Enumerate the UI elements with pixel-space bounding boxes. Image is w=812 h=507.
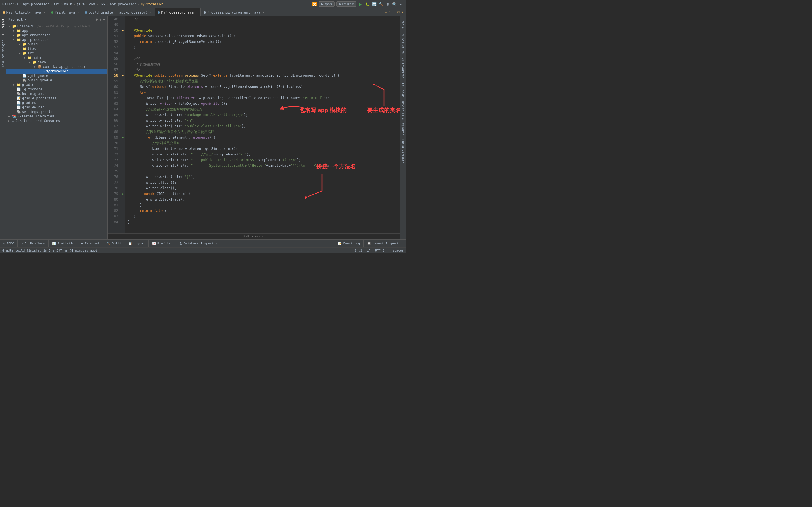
locate-icon[interactable]: ⊕ xyxy=(96,17,98,21)
tree-item-libs[interactable]: 📁 libs xyxy=(6,47,107,51)
tree-item-app[interactable]: ▶ 📁 app xyxy=(6,29,107,33)
tree-label: main xyxy=(33,56,41,60)
gradle-icon: 🐘 xyxy=(17,92,21,96)
structure-panel-label[interactable]: 7: Structure xyxy=(401,31,405,56)
file-icon: 📝 xyxy=(17,96,21,100)
tree-item-gitignore2[interactable]: 📄 .gitignore xyxy=(6,73,107,78)
more-icon[interactable]: ⋯ xyxy=(399,2,404,7)
tree-label: java xyxy=(38,60,46,64)
settings-icon[interactable]: ⚙ xyxy=(385,2,390,7)
debug-icon[interactable]: 🐛 xyxy=(365,2,370,7)
tree-item-gradle[interactable]: ▶ 📁 gradle xyxy=(6,82,107,87)
code-container[interactable]: 48 49 50 51 52 53 54 55 56 57 58 59 60 6… xyxy=(108,16,400,233)
tree-item-gitignore-root[interactable]: 📄 .gitignore xyxy=(6,87,107,92)
tree-item-gradlew-bat[interactable]: 📄 gradlew.bat xyxy=(6,105,107,110)
code-line-67: writer.write( str: "public class PrintUt… xyxy=(128,123,398,129)
code-line-53: } xyxy=(128,45,398,50)
tab-statistic[interactable]: 📊 Statistic xyxy=(49,240,78,247)
folder-icon: 📁 xyxy=(33,60,37,64)
line-separator[interactable]: LF xyxy=(367,249,370,252)
tab-logcat[interactable]: 📋 Logcat xyxy=(125,240,149,247)
settings-gear-icon[interactable]: ⚙ xyxy=(100,17,101,21)
tab-profiler[interactable]: 📈 Profiler xyxy=(149,240,176,247)
tree-label: apt-annotation xyxy=(22,33,50,37)
tree-item-buildgradle2[interactable]: 🐘 build.gradle xyxy=(6,78,107,82)
tab-label: Logcat xyxy=(134,242,145,245)
tab-myprocessor[interactable]: MyProcessor.java ✕ xyxy=(155,8,201,16)
sync-icon[interactable]: 🔄 xyxy=(371,2,377,7)
tab-close[interactable]: ✕ xyxy=(43,11,45,14)
tree-item-gradlew[interactable]: 📄 gradlew xyxy=(6,101,107,105)
tab-build[interactable]: 🔨 Build xyxy=(103,240,125,247)
code-line-68: //因为可能会有多个方法，所以这里使用循环 xyxy=(128,129,398,135)
tab-todo[interactable]: ☑ TODO xyxy=(0,240,18,247)
tree-item-java[interactable]: ▼ 📁 java xyxy=(6,60,107,64)
folder-icon: 📁 xyxy=(28,56,32,60)
tab-close[interactable]: ✕ xyxy=(196,11,198,14)
tree-item-buildgradle-root[interactable]: 🐘 build.gradle xyxy=(6,92,107,96)
cursor-position[interactable]: 84:2 xyxy=(355,249,362,252)
tab-buildgradle[interactable]: build.gradle (:apt-processor) ✕ xyxy=(82,8,155,16)
tree-item-external-libs[interactable]: ▶ 📚 External Libraries xyxy=(6,114,107,119)
file-icon: 📄 xyxy=(22,74,27,78)
tab-processingenv[interactable]: ProcessingEnvironment.java ✕ xyxy=(201,8,267,16)
gradle-panel-label[interactable]: Gradle xyxy=(401,16,405,31)
tree-item-aptannotation[interactable]: ▶ 📁 apt-annotation xyxy=(6,33,107,38)
tree-item-src[interactable]: ▼ 📁 src xyxy=(6,51,107,55)
autosize-dropdown[interactable]: AutoSize ▾ xyxy=(336,1,356,7)
vcs-icon[interactable]: 🔀 xyxy=(312,2,317,7)
code-line-62: JavaFileObject fileObject = processingEn… xyxy=(128,95,398,101)
code-editor[interactable]: */ @Override public SourceVersion getSup… xyxy=(125,16,400,233)
tree-label: HelloAPT ~/AndroidStudioProjects/HelloAP… xyxy=(17,24,90,28)
emulator-panel-label[interactable]: Emulator xyxy=(401,81,405,99)
project-title: Project ▾ xyxy=(8,17,27,21)
tree-label: gradlew xyxy=(22,101,36,105)
build-icon[interactable]: 🔨 xyxy=(378,2,384,7)
eventlog-icon: 📝 xyxy=(338,242,342,245)
tree-item-build[interactable]: ▶ 📁 build xyxy=(6,42,107,47)
encoding[interactable]: UTF-8 xyxy=(375,249,384,252)
resource-manager-label[interactable]: Resource Manager xyxy=(1,38,5,69)
tree-item-main[interactable]: ▼ 📁 main xyxy=(6,55,107,60)
gradle-icon: 🐘 xyxy=(22,78,27,82)
tab-label: Layout Inspector xyxy=(372,242,402,245)
tab-mainactivity[interactable]: MainActivity.java ✕ xyxy=(0,8,48,16)
tab-eventlog[interactable]: 📝 Event Log xyxy=(335,240,364,247)
code-line-61: try { xyxy=(128,90,398,95)
tab-dbinspector[interactable]: 🗄 Database Inspector xyxy=(176,240,221,247)
tree-item-aptprocessor[interactable]: ▼ 📁 apt-processor xyxy=(6,38,107,42)
device-panel-label[interactable]: Device File Explorer xyxy=(401,99,405,137)
tab-close[interactable]: ✕ xyxy=(150,11,152,14)
code-line-49 xyxy=(128,22,398,27)
tree-item-helloApt[interactable]: ▼ 📁 HelloAPT ~/AndroidStudioProjects/Hel… xyxy=(6,24,107,29)
tab-problems[interactable]: ⚠ 6: Problems xyxy=(18,240,49,247)
build-variants-label[interactable]: Build Variants xyxy=(401,137,405,165)
tree-label: apt-processor xyxy=(22,38,49,42)
code-line-83: } xyxy=(128,214,398,219)
right-sidebar: Gradle 7: Structure 2: Favorites Emulato… xyxy=(400,16,406,239)
tree-item-settings-gradle[interactable]: 🐘 settings.gradle xyxy=(6,110,107,114)
terminal-icon: ▶ xyxy=(81,242,83,245)
panel-close-icon[interactable]: — xyxy=(103,17,105,21)
tree-item-scratches[interactable]: ▶ ✏️ Scratches and Consoles xyxy=(6,119,107,123)
tab-terminal[interactable]: ▶ Terminal xyxy=(78,240,103,247)
code-line-55: /** xyxy=(128,56,398,61)
tree-item-package[interactable]: ▼ 📦 com.lkx.apt_processor xyxy=(6,64,107,69)
tab-layoutinspector[interactable]: 🔲 Layout Inspector xyxy=(364,240,406,247)
app-dropdown[interactable]: ▶ app ▾ xyxy=(319,1,335,7)
favorites-panel-label[interactable]: 2: Favorites xyxy=(401,56,405,80)
run-icon[interactable]: ▶ xyxy=(358,2,363,7)
tab-icon xyxy=(204,11,206,13)
top-bar-breadcrumb: HelloAPT › apt-processor › src › main › … xyxy=(2,2,311,6)
indent-info[interactable]: 4 spaces xyxy=(389,249,404,252)
todo-icon: ☑ xyxy=(3,242,5,245)
tab-print[interactable]: Print.java ✕ xyxy=(48,8,82,16)
tab-close[interactable]: ✕ xyxy=(77,11,79,14)
tab-close[interactable]: ✕ xyxy=(262,11,264,14)
code-line-70: //拿到成员变量名 xyxy=(128,140,398,146)
tree-label: Scratches and Consoles xyxy=(15,119,60,123)
project-panel-label[interactable]: 1: Project xyxy=(1,16,5,38)
search-icon[interactable]: 🔍 xyxy=(392,2,397,7)
tree-item-myprocessor[interactable]: ☕ MyProcessor xyxy=(6,69,107,73)
tree-item-gradle-props[interactable]: 📝 gradle.properties xyxy=(6,96,107,101)
